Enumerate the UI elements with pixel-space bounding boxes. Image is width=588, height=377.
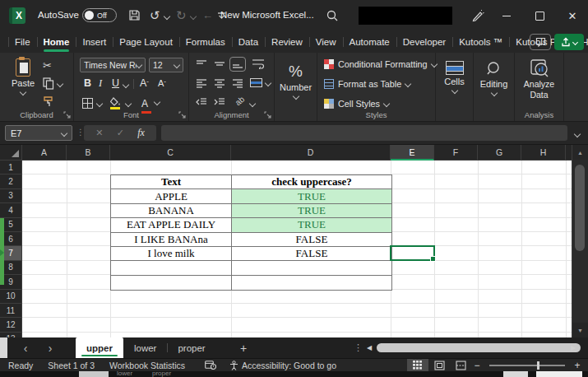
zoom-slider[interactable] [489, 365, 565, 366]
minimize-button[interactable] [494, 7, 519, 25]
wrap-text-button[interactable] [252, 58, 265, 69]
name-box[interactable]: E7 [5, 125, 72, 141]
vertical-scroll-thumb[interactable] [575, 165, 585, 251]
menu-tab[interactable]: Formulas [179, 31, 232, 53]
sheet-tab[interactable]: lower [123, 337, 167, 358]
zoom-out-button[interactable]: − [471, 360, 483, 371]
table-check-cell[interactable]: TRUE [232, 189, 391, 202]
decrease-font-button[interactable]: Aˇ [158, 78, 166, 88]
alignment-dialog-launcher[interactable] [264, 111, 271, 119]
select-all-button[interactable] [0, 145, 22, 161]
row-header[interactable]: 3 [0, 189, 22, 203]
align-right-button[interactable] [232, 78, 243, 88]
table-text-cell[interactable]: I LIKE BANAna [111, 233, 232, 246]
autosave-toggle[interactable]: Off [82, 8, 117, 22]
close-button[interactable]: ✕ [560, 7, 585, 25]
borders-button[interactable] [82, 98, 93, 109]
new-sheet-button[interactable]: + [234, 337, 253, 358]
prev-sheet-button[interactable]: ‹ [16, 337, 35, 358]
orientation-chevron-icon[interactable] [249, 100, 256, 107]
row-header[interactable]: 10 [0, 290, 22, 304]
workbook-statistics-button[interactable]: Workbook Statistics [109, 361, 185, 370]
maximize-button[interactable] [527, 7, 552, 25]
italic-button[interactable]: I [99, 77, 102, 90]
sheet-tab[interactable]: upper [76, 337, 123, 358]
menu-tab[interactable]: Page Layout [113, 31, 179, 53]
underline-button[interactable]: U [112, 77, 119, 89]
cells-button[interactable]: Cells [436, 61, 473, 93]
increase-font-button[interactable]: Aˆ [140, 77, 149, 89]
table-text-cell[interactable]: APPLE [111, 189, 232, 202]
copy-button[interactable] [43, 77, 54, 90]
align-bottom-button[interactable] [232, 59, 243, 69]
page-break-view-button[interactable] [450, 359, 471, 371]
table-check-cell[interactable]: FALSE [232, 247, 391, 260]
column-header[interactable]: G [478, 145, 521, 161]
menu-tab[interactable]: Insert [76, 31, 113, 53]
conditional-formatting-button[interactable]: Conditional Formatting [324, 59, 437, 69]
next-sheet-button[interactable]: › [41, 337, 59, 358]
table-text-cell[interactable] [111, 261, 232, 274]
active-cell-outline[interactable] [390, 245, 435, 261]
format-as-table-button[interactable]: Format as Table [324, 79, 410, 89]
table-header-check[interactable]: check uppercase? [232, 175, 391, 188]
excel-logo-icon[interactable]: X [9, 7, 25, 24]
menu-tab[interactable]: File [8, 31, 37, 53]
zoom-in-button[interactable]: + [572, 360, 583, 371]
menu-tab[interactable]: Developer [396, 31, 452, 53]
share-button[interactable] [554, 34, 584, 50]
font-size-combo[interactable]: 12 [149, 58, 183, 72]
row-header[interactable]: 4 [0, 203, 22, 217]
align-left-button[interactable] [196, 78, 207, 88]
font-dialog-launcher[interactable] [178, 111, 186, 119]
column-header[interactable]: D [231, 145, 391, 161]
table-text-cell[interactable]: I love milk [111, 247, 232, 260]
page-layout-view-button[interactable] [428, 359, 450, 371]
column-header[interactable]: A [22, 145, 67, 161]
number-format-button[interactable]: % Number [275, 63, 317, 99]
hscroll-left-icon[interactable]: ◀ [367, 337, 372, 358]
horizontal-scroll-thumb[interactable] [377, 343, 581, 352]
underline-chevron-icon[interactable] [123, 81, 129, 88]
fill-handle[interactable] [430, 256, 436, 262]
vertical-scrollbar[interactable]: ▲ ▼ [572, 145, 588, 337]
menu-tab[interactable]: Data [232, 31, 265, 53]
zoom-slider-thumb[interactable] [537, 361, 539, 370]
hscroll-right-icon[interactable]: ▶ [571, 337, 576, 358]
sheet-tab[interactable]: proper [167, 337, 215, 358]
search-icon[interactable] [326, 9, 339, 22]
menu-tab[interactable]: Automate [343, 31, 396, 53]
analyze-data-button[interactable]: Analyze Data [515, 58, 563, 100]
undo-chevron-icon[interactable] [164, 13, 170, 20]
menu-tab[interactable]: View [309, 31, 343, 53]
cell-styles-button[interactable]: Cell Styles [324, 99, 389, 109]
column-header[interactable]: B [67, 145, 110, 161]
accessibility-status[interactable]: Accessibility: Good to go [229, 361, 336, 370]
undo-button[interactable]: ↺ [150, 8, 160, 22]
align-top-button[interactable] [196, 59, 207, 69]
scroll-down-icon[interactable]: ▼ [572, 323, 588, 337]
insert-function-icon[interactable]: fx [137, 127, 145, 139]
column-header[interactable]: C [110, 145, 231, 161]
font-name-combo[interactable]: Times New Ro [80, 58, 146, 72]
table-text-cell[interactable] [111, 276, 232, 290]
bold-button[interactable]: B [84, 77, 91, 89]
format-painter-button[interactable] [43, 95, 55, 108]
table-text-cell[interactable]: BANANA [111, 204, 232, 217]
table-header-text[interactable]: Text [111, 175, 232, 188]
column-header[interactable]: F [434, 145, 478, 161]
decrease-indent-button[interactable] [196, 98, 207, 107]
clipboard-dialog-launcher[interactable] [63, 111, 71, 119]
row-header[interactable]: 1 [0, 161, 22, 175]
table-check-cell[interactable]: TRUE [232, 204, 391, 217]
scroll-up-icon[interactable]: ▲ [572, 145, 588, 160]
align-middle-button[interactable] [214, 59, 225, 69]
row-header[interactable]: 12 [0, 318, 22, 332]
table-text-cell[interactable]: EAT APPLE DAILY [111, 218, 232, 231]
save-icon[interactable] [128, 9, 141, 21]
cut-button[interactable]: ✂ [43, 59, 52, 72]
fill-color-button[interactable] [110, 97, 121, 109]
table-check-cell[interactable] [232, 276, 391, 290]
comments-button[interactable] [530, 34, 551, 50]
menu-tab[interactable]: Review [265, 31, 309, 53]
